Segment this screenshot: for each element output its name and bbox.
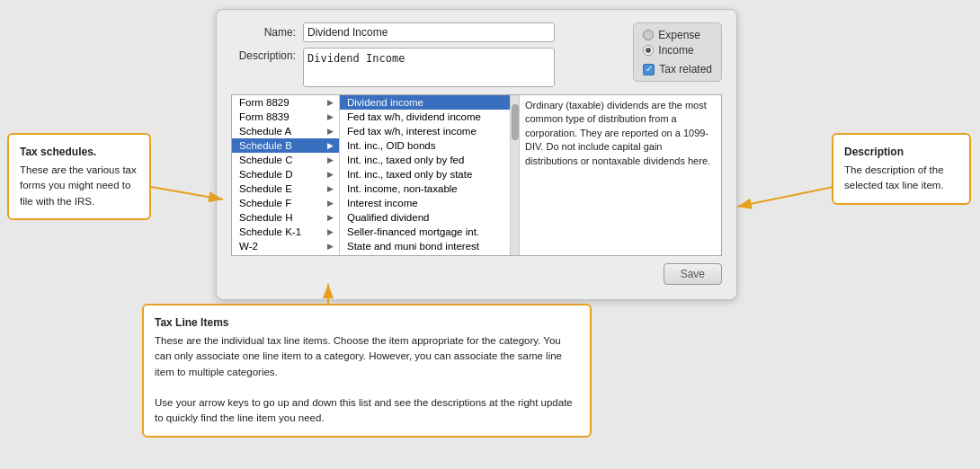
tooltip-tax-schedules-body: These are the various tax forms you migh…	[20, 164, 137, 207]
tax-related-row[interactable]: Tax related	[643, 63, 712, 75]
svg-line-3	[737, 187, 833, 207]
arrow-icon: ▶	[327, 213, 334, 222]
list-item[interactable]: Int. inc., taxed only by state	[340, 167, 510, 181]
expense-radio-row[interactable]: Expense	[643, 29, 712, 41]
expense-income-group: Expense Income Tax related	[633, 22, 722, 82]
description-column: Ordinary (taxable) dividends are the mos…	[520, 95, 721, 255]
line-items-column-wrap: Dividend income Fed tax w/h, dividend in…	[340, 95, 520, 255]
arrow-icon: ▶	[327, 98, 334, 107]
arrow-icon: ▶	[327, 242, 334, 251]
tooltip-tax-line-title: Tax Line Items	[155, 314, 579, 331]
tooltip-tax-schedules-title: Tax schedules.	[20, 144, 138, 160]
list-item[interactable]: W-2G▶	[232, 253, 339, 255]
arrow-icon: ▶	[327, 184, 334, 193]
tooltip-description-title: Description	[844, 144, 958, 160]
list-item[interactable]: Seller-financed mortgage int.	[340, 225, 510, 239]
arrow-icon: ▶	[327, 155, 334, 164]
list-item[interactable]: TE private activity bond int.	[340, 253, 510, 255]
list-item[interactable]: Schedule C▶	[232, 153, 339, 167]
description-text: Ordinary (taxable) dividends are the mos…	[525, 100, 710, 166]
bottom-row: Save	[231, 263, 722, 285]
save-button[interactable]: Save	[664, 263, 722, 285]
expense-radio[interactable]	[643, 30, 654, 40]
list-item-dividend-income[interactable]: Dividend income	[340, 95, 510, 110]
scrollbar-thumb[interactable]	[512, 104, 519, 140]
list-item[interactable]: Schedule E▶	[232, 181, 339, 196]
three-col-list: Form 8829▶ Form 8839▶ Schedule A▶ Schedu…	[231, 94, 722, 256]
expense-label: Expense	[658, 29, 700, 41]
list-item[interactable]: Int. income, non-taxable	[340, 181, 510, 196]
income-radio[interactable]	[643, 45, 654, 56]
main-panel: Name: Description: Dividend Income Expen…	[216, 9, 737, 300]
tooltip-tax-line-body: These are the individual tax line items.…	[155, 335, 573, 423]
arrow-icon: ▶	[327, 112, 334, 121]
tax-related-label: Tax related	[659, 63, 712, 75]
list-item[interactable]: Form 8839▶	[232, 110, 339, 124]
arrow-icon: ▶	[327, 127, 334, 136]
description-textarea[interactable]: Dividend Income	[303, 48, 555, 87]
arrow-icon: ▶	[327, 141, 334, 150]
list-item[interactable]: Form 8829▶	[232, 95, 339, 110]
list-item[interactable]: Qualified dividend	[340, 210, 510, 225]
description-label: Description:	[231, 48, 303, 62]
list-item[interactable]: State and muni bond interest	[340, 239, 510, 253]
arrow-icon: ▶	[327, 227, 334, 236]
income-label: Income	[658, 44, 693, 57]
list-item[interactable]: Schedule F▶	[232, 196, 339, 210]
name-label: Name:	[231, 26, 303, 39]
list-item[interactable]: Int. inc., taxed only by fed	[340, 153, 510, 167]
list-item[interactable]: W-2▶	[232, 239, 339, 253]
list-item[interactable]: Interest income	[340, 196, 510, 210]
arrow-icon: ▶	[327, 199, 334, 208]
line-items-column[interactable]: Dividend income Fed tax w/h, dividend in…	[340, 95, 511, 255]
arrow-icon: ▶	[327, 170, 334, 179]
svg-line-1	[151, 187, 223, 199]
list-item[interactable]: Fed tax w/h, interest income	[340, 124, 510, 138]
tooltip-description-box: Description The description of the selec…	[832, 133, 971, 205]
income-radio-row[interactable]: Income	[643, 44, 712, 57]
tooltip-tax-schedules: Tax schedules. These are the various tax…	[7, 133, 151, 220]
tax-related-checkbox[interactable]	[643, 64, 655, 75]
list-item[interactable]: Schedule H▶	[232, 210, 339, 225]
schedules-column[interactable]: Form 8829▶ Form 8839▶ Schedule A▶ Schedu…	[232, 95, 340, 255]
tooltip-tax-line-items: Tax Line Items These are the individual …	[142, 304, 592, 438]
name-input[interactable]	[303, 22, 555, 42]
list-item-schedule-b[interactable]: Schedule B▶	[232, 138, 339, 153]
scrollbar-track[interactable]	[510, 95, 519, 255]
list-item[interactable]: Schedule D▶	[232, 167, 339, 181]
list-item[interactable]: Int. inc., OID bonds	[340, 138, 510, 153]
tooltip-description-body: The description of the selected tax line…	[844, 164, 944, 190]
list-item[interactable]: Fed tax w/h, dividend income	[340, 110, 510, 124]
list-item[interactable]: Schedule K-1▶	[232, 225, 339, 239]
list-item[interactable]: Schedule A▶	[232, 124, 339, 138]
